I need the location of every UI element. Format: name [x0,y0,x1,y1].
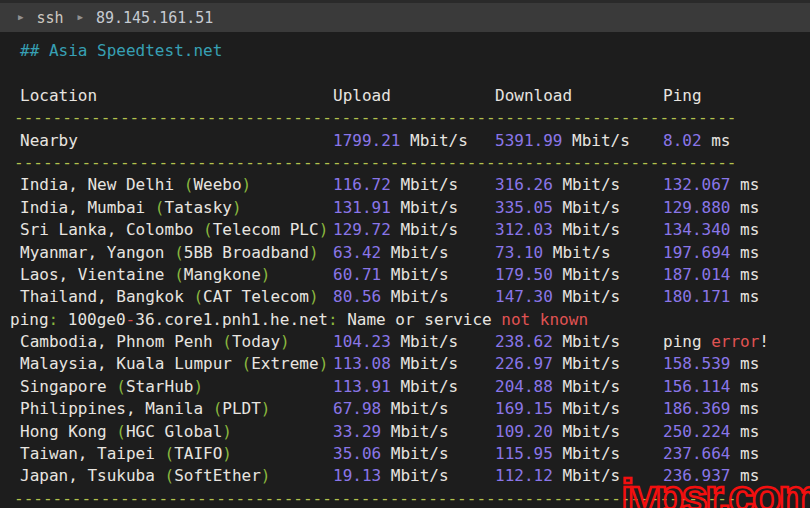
unit-label: Mbit/s [562,287,620,306]
unit-label: Mbit/s [410,131,468,150]
ping-value: 250.224 [663,422,740,441]
ping-value: 186.369 [663,399,740,418]
unit-label: Mbit/s [391,466,449,485]
table-row: Malaysia, Kuala Lumpur (Extreme)113.08Mb… [10,353,810,375]
download-value: 169.15 [495,399,562,418]
ping-unit-label: ms [740,377,759,396]
row-download: 115.95Mbit/s [495,443,663,465]
table-row: India, New Delhi (Weebo)116.72Mbit/s316.… [10,174,810,196]
download-value: 204.88 [495,377,562,396]
unit-label: Mbit/s [400,354,458,373]
row-download: 169.15Mbit/s [495,398,663,420]
ssh-host: 89.145.161.51 [96,9,213,27]
upload-value: 63.42 [333,243,391,262]
ping-value: 132.067 [663,175,740,194]
row-upload: 116.72Mbit/s [333,174,495,196]
terminal-tab-bar: ▶ ssh ▶ 89.145.161.51 [0,0,810,32]
row-ping: 197.694ms [663,242,810,264]
row-download: 147.30Mbit/s [495,286,663,308]
column-header-location: Location [20,85,333,107]
message-segment: not known [501,310,588,329]
upload-value: 129.72 [333,220,400,239]
row-download: 112.12Mbit/s [495,465,663,487]
row-ping: 180.171ms [663,286,810,308]
row-ping: 134.340ms [663,219,810,241]
unit-label: Mbit/s [553,243,611,262]
row-download: 179.50Mbit/s [495,264,663,286]
ping-unit-label: ms [740,220,759,239]
table-row: Singapore (StarHub)113.91Mbit/s204.88Mbi… [10,376,810,398]
unit-label: Mbit/s [562,444,620,463]
download-value: 5391.99 [495,131,572,150]
terminal-output[interactable]: ## Asia Speedtest.net Location Upload Do… [0,32,810,508]
row-upload: 63.42Mbit/s [333,242,495,264]
row-provider: StarHub [126,377,193,396]
unit-label: Mbit/s [572,131,630,150]
row-download: 238.62Mbit/s [495,331,663,353]
row-download: 73.10Mbit/s [495,242,663,264]
close-paren: ) [193,377,203,396]
unit-label: Mbit/s [391,243,449,262]
unit-label: Mbit/s [562,265,620,284]
download-value: 112.12 [495,466,562,485]
ping-value: 129.880 [663,198,740,217]
ping-unit-label: ms [740,354,759,373]
ping-unit-label: ms [711,131,730,150]
row-ping: 132.067ms [663,174,810,196]
prompt-arrow-icon: ▶ [18,13,23,22]
download-value: 73.10 [495,243,553,262]
row-ping: 186.369ms [663,398,810,420]
row-upload: 113.08Mbit/s [333,353,495,375]
row-location: Hong Kong (HGC Global) [20,421,333,443]
open-paren: ( [165,466,175,485]
row-ping: 237.664ms [663,443,810,465]
unit-label: Mbit/s [562,198,620,217]
nearby-ping: 8.02ms [663,130,810,152]
message-segment: : [328,310,338,329]
open-paren: ( [184,175,194,194]
unit-label: Mbit/s [400,332,458,351]
close-paren: ) [222,444,232,463]
unit-label: Mbit/s [400,198,458,217]
open-paren: ( [155,198,165,217]
row-provider: PLDT [222,399,261,418]
open-paren: ( [165,444,175,463]
separator-line: ----------------------------------------… [10,488,810,508]
row-provider: Tatasky [165,198,232,217]
close-paren: ) [319,354,329,373]
row-provider: 5BB Broadband [184,243,309,262]
message-segment: ping [10,310,49,329]
upload-value: 35.06 [333,444,391,463]
ping-unit-label: ms [740,399,759,418]
table-row: Taiwan, Taipei (TAIFO)35.06Mbit/s115.95M… [10,443,810,465]
blank-line [10,62,810,84]
upload-value: 113.08 [333,354,400,373]
ssh-label: ssh [36,9,63,27]
ping-value: 187.014 [663,265,740,284]
unit-label: Mbit/s [562,354,620,373]
row-upload: 129.72Mbit/s [333,219,495,241]
unit-label: Mbit/s [391,265,449,284]
column-header-ping: Ping [663,85,810,107]
row-upload: 113.91Mbit/s [333,376,495,398]
row-provider: Today [232,332,280,351]
row-provider: TAIFO [174,444,222,463]
upload-value: 131.91 [333,198,400,217]
close-paren: ) [309,287,319,306]
open-paren: ( [174,265,184,284]
ping-status-segment: ! [759,332,769,351]
nearby-upload: 1799.21Mbit/s [333,130,495,152]
row-upload: 35.06Mbit/s [333,443,495,465]
row-ping: 250.224ms [663,421,810,443]
row-location: Japan, Tsukuba (SoftEther) [20,465,333,487]
nearby-download: 5391.99Mbit/s [495,130,663,152]
message-segment: 36.core1.pnh1.he.net [135,310,328,329]
row-ping: ping error! [663,331,810,353]
unit-label: Mbit/s [562,466,620,485]
upload-value: 19.13 [333,466,391,485]
console-message-line: ping: 100ge0-36.core1.pnh1.he.net: Name … [10,309,810,331]
speed-rows: India, New Delhi (Weebo)116.72Mbit/s316.… [10,174,810,487]
ping-unit-label: ms [740,265,759,284]
ping-status-segment: ping [663,332,711,351]
table-row: Laos, Vientaine (Mangkone)60.71Mbit/s179… [10,264,810,286]
